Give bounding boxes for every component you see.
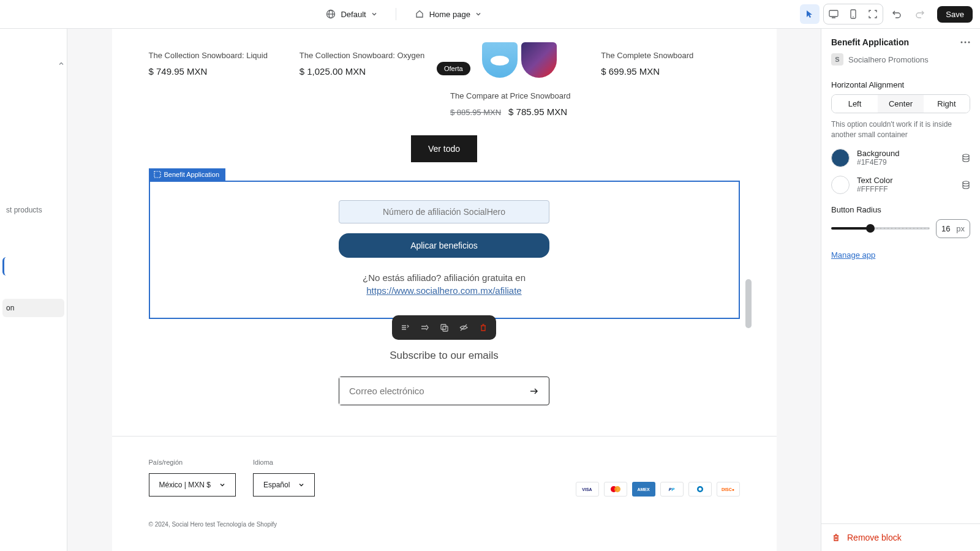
mobile-view-button[interactable] [843,4,863,24]
settings-header: Benefit Application [821,29,980,53]
product-price-sale: $ 785.95 MXN [508,107,567,117]
chevron-up-icon [58,61,64,67]
text-swatch[interactable] [831,176,850,194]
sidebar-item-products[interactable]: st products [2,201,64,219]
remove-block-button[interactable]: Remove block [821,523,980,551]
database-icon [962,154,970,162]
bg-dynamic-button[interactable] [962,154,970,162]
svg-rect-12 [441,324,446,329]
product-title: The Complete Snowboard [601,51,739,60]
manage-app-link[interactable]: Manage app [831,250,875,260]
apply-benefits-button[interactable]: Aplicar beneficios [339,233,549,258]
svg-rect-3 [829,10,838,17]
mobile-icon [848,9,859,20]
svg-point-17 [963,154,969,157]
copy-icon [439,323,449,332]
alignment-section: Horizontal Alignment Left Center Right T… [821,74,980,266]
sidebar-item-blue[interactable] [2,257,64,276]
radius-value: 16 [941,224,950,233]
align-center-button[interactable]: Center [878,95,924,113]
benefit-block-wrap: Benefit Application Aplicar beneficios ¿… [149,181,740,319]
text-dynamic-button[interactable] [962,181,970,189]
product-price-original: $ 885.95 MXN [450,108,501,117]
home-icon [415,9,424,19]
product-title: The Collection Snowboard: Liquid [149,51,287,60]
main-layout: st products on The Collection Snowboard:… [0,29,980,551]
left-panel-scroll-up[interactable] [57,59,66,68]
duplicate-button[interactable] [435,319,453,336]
country-select[interactable]: México | MXN $ [149,473,236,497]
view-all-button[interactable]: Ver todo [411,135,477,162]
inspector-toggle[interactable] [800,4,820,24]
background-swatch[interactable] [831,149,850,167]
preview-canvas[interactable]: The Collection Snowboard: Liquid $ 749.9… [112,29,777,551]
visa-icon: VISA [576,482,599,497]
block-icon [154,171,161,178]
topbar-right: Save [800,4,973,24]
radius-row: 16 px [831,219,970,238]
app-name: Socialhero Promotions [848,55,929,64]
email-input[interactable] [339,377,519,405]
remove-block-label: Remove block [847,533,902,542]
move-up-button[interactable] [396,319,414,336]
fullscreen-view-button[interactable] [863,4,883,24]
delete-button[interactable] [474,319,492,336]
radius-unit: px [956,224,965,233]
globe-icon [326,9,336,19]
divider [396,8,396,20]
page-dropdown[interactable]: Home page [409,6,488,23]
settings-menu-button[interactable] [960,41,970,43]
text-color-label: Text Color [857,176,954,185]
settings-title: Benefit Application [831,37,909,47]
mastercard-icon [604,482,627,497]
slider-thumb[interactable] [866,224,875,233]
footer-selects: País/región México | MXN $ Idioma Españo… [149,459,315,497]
email-box [339,377,549,405]
paypal-icon: PP [660,482,684,497]
diners-icon [688,482,712,497]
email-submit-button[interactable] [519,377,549,405]
move-down-button[interactable] [415,319,434,336]
language-label: Idioma [253,459,315,466]
product-card[interactable]: The Collection Snowboard: Liquid $ 749.9… [149,41,287,117]
undo-button[interactable] [887,4,907,24]
benefit-label-text: Benefit Application [164,171,220,178]
hide-button[interactable] [454,319,473,336]
radius-label: Button Radius [831,205,970,214]
align-right-button[interactable]: Right [924,95,970,113]
save-button[interactable]: Save [937,6,973,23]
background-color-row[interactable]: Background #1F4E79 [831,149,970,167]
theme-dropdown[interactable]: Default [320,6,383,23]
product-card[interactable]: The Collection Snowboard: Oxygen $ 1,025… [300,41,438,117]
payment-icons: VISA AMEX PP DISC● [576,482,740,497]
language-select[interactable]: Español [253,473,315,497]
left-panel-items: st products on [0,29,67,317]
affiliation-input[interactable] [339,200,549,223]
benefit-block[interactable]: Aplicar beneficios ¿No estás afiliado? a… [149,181,740,319]
svg-point-9 [614,486,620,492]
sidebar-item-selected[interactable]: on [2,299,64,317]
benefit-block-label[interactable]: Benefit Application [149,168,226,181]
product-card[interactable]: Oferta The Compare at Price Snowboard $ … [450,41,589,117]
svg-rect-13 [443,326,448,331]
align-left-button[interactable]: Left [832,95,878,113]
sale-badge: Oferta [437,62,470,75]
desktop-view-button[interactable] [824,4,843,24]
text-color-hex: #FFFFFF [857,185,954,193]
desktop-icon [828,9,839,20]
page-label: Home page [429,10,470,19]
color-info: Background #1F4E79 [857,149,954,167]
settings-panel: Benefit Application S Socialhero Promoti… [821,29,980,551]
canvas-scrollbar-thumb[interactable] [745,279,752,328]
canvas-scrollbar[interactable] [745,29,752,551]
product-card[interactable]: The Complete Snowboard $ 699.95 MXN [601,41,739,117]
product-price: $ 885.95 MXN$ 785.95 MXN [450,107,589,117]
redo-button[interactable] [910,4,930,24]
app-icon: S [831,53,843,66]
radius-slider[interactable] [831,227,930,230]
left-panel: st products on [0,29,67,551]
arrow-right-stack-icon [420,323,429,332]
affiliation-link[interactable]: https://www.socialhero.com.mx/afiliate [366,285,521,296]
text-color-row[interactable]: Text Color #FFFFFF [831,176,970,194]
radius-input[interactable]: 16 px [936,219,970,238]
